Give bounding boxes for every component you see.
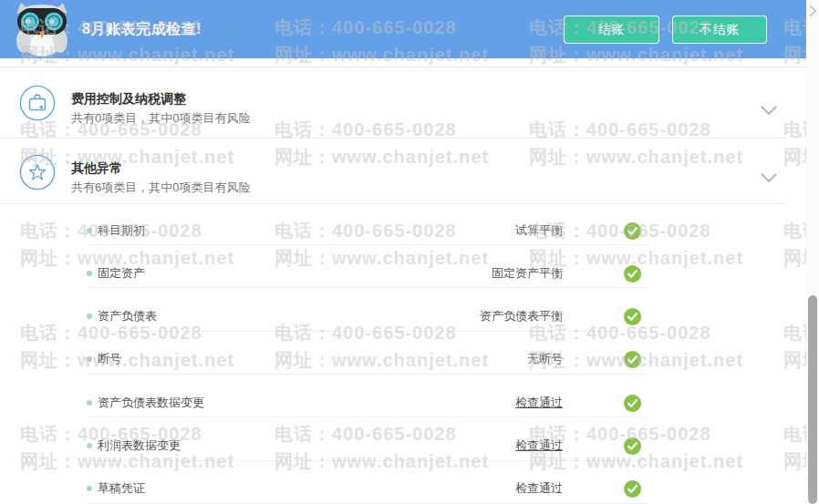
bullet-icon [87,486,92,491]
list-item: 资产负债表 资产负债表平衡 [0,295,819,338]
bullet-icon [87,400,92,406]
close-accounts-button[interactable]: 结账 [564,15,659,44]
scrollbar-thumb[interactable] [808,295,817,504]
list-item: 固定资产 固定资产平衡 [0,252,819,294]
briefcase-icon [19,85,56,121]
bullet-icon [87,356,92,362]
item-status: 检查通过 [335,480,563,497]
divider [87,460,648,461]
section-subtitle: 共有6项类目，其中0项类目有风险 [71,180,250,196]
section-title: 费用控制及纳税调整 [71,91,186,108]
list-item: 利润表数据变更 检查通过 [0,425,819,468]
item-label: 断号 [98,351,121,367]
chevron-right-icon[interactable] [809,5,817,17]
item-label: 草稿凭证 [98,480,145,497]
item-status-link[interactable]: 检查通过 [335,437,563,454]
check-passed-icon [624,395,641,412]
bullet-icon [87,443,92,448]
divider [87,331,648,332]
bullet-icon [87,228,92,233]
item-label: 科目期初 [98,222,145,239]
divider [87,417,648,417]
section-title: 其他异常 [71,160,122,177]
check-passed-icon [624,437,641,455]
divider [87,374,648,375]
section-subtitle: 共有0项类目，其中0项类目有风险 [71,110,250,127]
check-passed-icon [624,351,641,368]
list-item: 科目期初 试算平衡 [0,209,819,252]
item-status: 试算平衡 [335,222,563,239]
check-passed-icon [624,265,641,283]
list-item: 断号 无断号 [0,338,819,381]
check-passed-icon [624,480,641,498]
chevron-down-icon[interactable] [761,106,777,117]
divider [87,244,648,245]
divider [0,67,806,67]
bullet-icon [87,314,92,319]
item-label: 资产负债表数据变更 [98,395,204,411]
item-status-link[interactable]: 检查通过 [335,395,563,411]
section-other-anomalies[interactable]: 其他异常 共有6项类目，其中0项类目有风险 [0,139,786,208]
dialog-title: 8月账表完成检查! [82,0,202,58]
check-passed-icon [624,308,641,325]
item-status: 固定资产平衡 [335,265,563,282]
item-status: 资产负债表平衡 [335,308,563,324]
chevron-down-icon[interactable] [761,173,777,184]
dialog-header: 8月账表完成检查! 结账 不结账 [0,0,806,58]
item-label: 利润表数据变更 [98,437,181,454]
owl-mascot-icon [5,1,78,57]
divider [87,287,648,288]
item-label: 资产负债表 [98,308,157,324]
dont-close-accounts-button[interactable]: 不结账 [672,15,767,44]
divider [0,203,786,204]
scrollbar[interactable] [806,0,819,504]
list-item: 资产负债表数据变更 检查通过 [0,381,819,424]
star-icon [19,154,56,190]
bullet-icon [87,271,92,276]
check-passed-icon [624,222,641,240]
section-expense-control[interactable]: 费用控制及纳税调整 共有0项类目，其中0项类目有风险 [0,68,786,138]
list-item: 草稿凭证 检查通过 [0,468,819,504]
item-label: 固定资产 [98,265,145,282]
item-status: 无断号 [335,351,563,367]
